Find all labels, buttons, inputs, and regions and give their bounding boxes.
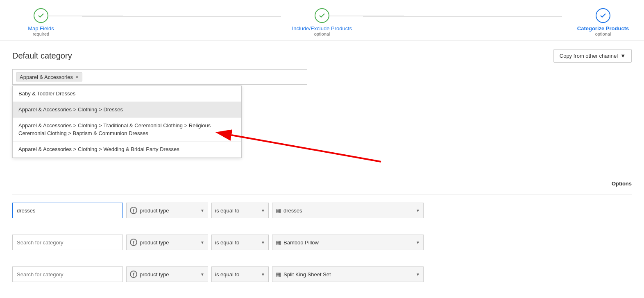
step-circle-categorize xyxy=(596,8,610,23)
step-circle-include-exclude xyxy=(315,8,329,23)
copy-button-label: Copy from other channel xyxy=(560,53,618,59)
options-label: Options xyxy=(12,181,632,187)
grid-icon-1: ▦ xyxy=(276,207,281,214)
value-label-2: Bamboo Pillow xyxy=(283,239,319,246)
chevron-down-icon-1: ▼ xyxy=(200,208,204,213)
condition-label-2: is equal to xyxy=(215,239,239,246)
dropdown-item-label-2: Apparel & Accessories > Clothing > Tradi… xyxy=(18,122,211,136)
field-type-label-1: product type xyxy=(140,208,169,214)
value-select-2[interactable]: ▦ Bamboo Pillow ▼ xyxy=(272,235,424,250)
section-header: Default category Copy from other channel… xyxy=(12,49,632,63)
field-type-label-2: product type xyxy=(140,239,169,246)
chevron-down-icon-7: ▼ xyxy=(200,272,204,277)
value-label-1: dresses xyxy=(283,208,302,214)
chevron-down-icon-6: ▼ xyxy=(416,240,420,245)
value-select-1[interactable]: ▦ dresses ▼ xyxy=(272,203,424,218)
dropdown-item-2[interactable]: Apparel & Accessories > Clothing > Tradi… xyxy=(13,118,241,141)
category-search-2[interactable] xyxy=(12,235,123,250)
step-categorize[interactable]: Categorize Products optional xyxy=(562,8,644,36)
field-type-select-2[interactable]: ƒ product type ▼ xyxy=(126,235,208,250)
field-type-label-3: product type xyxy=(140,271,169,278)
category-search-3[interactable] xyxy=(12,266,123,282)
condition-label-1: is equal to xyxy=(215,208,239,214)
condition-label-3: is equal to xyxy=(215,271,239,278)
grid-icon-3: ▦ xyxy=(276,271,281,278)
category-tag-close[interactable]: × xyxy=(75,74,79,80)
step-map-fields[interactable]: Map Fields required xyxy=(0,8,82,36)
chevron-down-icon-5: ▼ xyxy=(261,240,265,245)
category-tag: Apparel & Accessories × xyxy=(16,72,82,81)
category-search-1[interactable] xyxy=(12,203,123,218)
step-circle-map-fields xyxy=(34,8,48,23)
step-sub-map-fields: required xyxy=(28,32,54,36)
value-select-3[interactable]: ▦ Split King Sheet Set ▼ xyxy=(272,266,424,282)
chevron-down-icon-9: ▼ xyxy=(416,272,420,277)
step-name-map-fields: Map Fields xyxy=(28,25,54,32)
section-title: Default category xyxy=(12,51,72,61)
f-icon-3: ƒ xyxy=(130,271,137,278)
chevron-down-icon-8: ▼ xyxy=(261,272,265,277)
condition-select-3[interactable]: is equal to ▼ xyxy=(211,266,269,282)
chevron-down-icon-2: ▼ xyxy=(261,208,265,213)
chevron-down-icon: ▼ xyxy=(620,53,626,59)
divider xyxy=(12,194,632,194)
f-icon-2: ƒ xyxy=(130,239,137,246)
step-name-include-exclude: Include/Exclude Products xyxy=(292,25,352,32)
dropdown-item-3[interactable]: Apparel & Accessories > Clothing > Weddi… xyxy=(13,142,241,158)
main-content: Default category Copy from other channel… xyxy=(0,41,644,298)
copy-from-channel-button[interactable]: Copy from other channel ▼ xyxy=(553,49,632,63)
rule-row-1: ƒ product type ▼ is equal to ▼ ▦ dresses… xyxy=(12,199,632,222)
rule-row-3: ƒ product type ▼ is equal to ▼ ▦ Split K… xyxy=(12,262,632,286)
rule-row-2: ƒ product type ▼ is equal to ▼ ▦ Bamboo … xyxy=(12,230,632,254)
dropdown-item-label-3: Apparel & Accessories > Clothing > Weddi… xyxy=(18,146,179,152)
category-tag-label: Apparel & Accessories xyxy=(20,74,73,80)
value-label-3: Split King Sheet Set xyxy=(283,271,331,278)
field-type-select-1[interactable]: ƒ product type ▼ xyxy=(126,203,208,218)
f-icon-1: ƒ xyxy=(130,207,137,214)
step-include-exclude[interactable]: Include/Exclude Products optional xyxy=(281,8,363,36)
dropdown-item-1[interactable]: Apparel & Accessories > Clothing > Dress… xyxy=(13,102,241,118)
dropdown-item-label-1: Apparel & Accessories > Clothing > Dress… xyxy=(18,106,123,113)
condition-select-1[interactable]: is equal to ▼ xyxy=(211,203,269,218)
progress-bar: Map Fields required Include/Exclude Prod… xyxy=(0,0,644,41)
default-category-input[interactable]: Apparel & Accessories × xyxy=(12,69,307,85)
chevron-down-icon-4: ▼ xyxy=(200,240,204,245)
condition-select-2[interactable]: is equal to ▼ xyxy=(211,235,269,250)
dropdown-list: Baby & Toddler Dresses Apparel & Accesso… xyxy=(12,86,242,158)
grid-icon-2: ▦ xyxy=(276,239,281,246)
step-sub-categorize: optional xyxy=(577,32,629,36)
dropdown-item-label-0: Baby & Toddler Dresses xyxy=(18,90,75,97)
dropdown-item-0[interactable]: Baby & Toddler Dresses xyxy=(13,86,241,102)
step-name-categorize: Categorize Products xyxy=(577,25,629,32)
step-sub-include-exclude: optional xyxy=(292,32,352,36)
field-type-select-3[interactable]: ƒ product type ▼ xyxy=(126,266,208,282)
chevron-down-icon-3: ▼ xyxy=(416,208,420,213)
options-row: Options xyxy=(12,179,632,190)
